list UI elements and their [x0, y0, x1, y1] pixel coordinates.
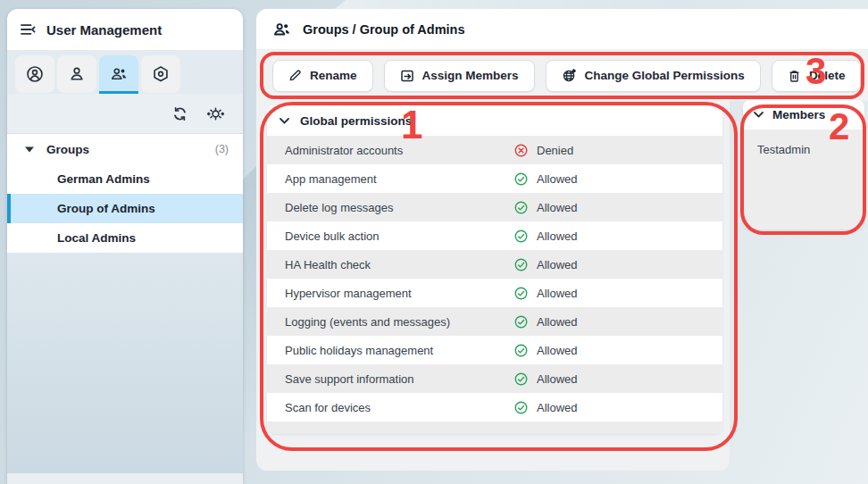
tree-toolbar	[7, 94, 243, 134]
permission-row: Device bulk action Allowed	[267, 221, 722, 250]
collapse-sidebar-icon[interactable]	[20, 22, 36, 37]
user-circle-icon	[26, 65, 44, 83]
change-global-permissions-label: Change Global Permissions	[585, 69, 745, 82]
users-group-icon	[110, 65, 129, 83]
tree-group-row[interactable]: Groups (3)	[7, 134, 243, 164]
status-icon	[513, 286, 529, 301]
chevron-down-icon	[280, 118, 289, 124]
assign-box-arrow-icon	[400, 69, 414, 83]
status-text: Allowed	[537, 372, 578, 386]
sidebar-header: User Management	[7, 9, 243, 51]
status-text: Allowed	[537, 201, 578, 214]
sidebar: User Management	[7, 9, 243, 484]
permission-row: Save support information Allowed	[267, 364, 722, 393]
screen: User Management	[0, 0, 868, 484]
permission-row: HA Health check Allowed	[267, 250, 722, 279]
delete-label: Delete	[809, 69, 846, 82]
pencil-icon	[288, 69, 302, 82]
rename-button[interactable]: Rename	[272, 60, 373, 92]
permission-row: Administrator accounts Denied	[267, 136, 722, 164]
app-title: User Management	[46, 22, 162, 38]
trash-icon	[788, 69, 801, 83]
status-icon	[513, 314, 529, 330]
permission-row: Hypervisor management Allowed	[267, 279, 722, 307]
breadcrumb: Groups / Group of Admins	[303, 22, 465, 37]
permission-row: Logging (events and messages) Allowed	[267, 307, 722, 336]
status-text: Allowed	[537, 287, 578, 300]
status-icon	[513, 371, 529, 387]
permission-row: App management Allowed	[267, 164, 722, 193]
permission-row: Scan for devices Allowed	[267, 393, 722, 421]
status-icon	[513, 171, 529, 187]
sidebar-fill	[7, 253, 243, 473]
sidebar-tabs	[7, 51, 243, 94]
status-text: Allowed	[537, 401, 578, 414]
delete-button[interactable]: Delete	[772, 60, 862, 92]
refresh-icon[interactable]	[171, 105, 188, 122]
members-panel: Members Testadmin	[743, 100, 864, 229]
permission-row: Public holidays management Allowed	[267, 336, 722, 364]
status-text: Allowed	[537, 344, 578, 357]
permissions-list: Administrator accounts Denied App manage…	[267, 136, 722, 421]
globe-gear-icon	[562, 68, 577, 83]
members-title: Members	[772, 108, 825, 121]
main-header: Groups / Group of Admins	[256, 9, 868, 50]
status-icon	[513, 200, 529, 215]
status-icon	[513, 143, 529, 158]
permission-row: Delete log messages Allowed	[267, 193, 722, 221]
status-text: Allowed	[537, 315, 578, 329]
tab-users[interactable]	[57, 55, 96, 93]
status-icon	[513, 400, 529, 415]
global-permissions-panel: Global permissions Administrator account…	[267, 105, 722, 434]
tree-item-local-admins[interactable]: Local Admins	[7, 223, 243, 253]
tab-roles[interactable]	[141, 55, 180, 93]
tree-item-group-of-admins[interactable]: Group of Admins	[7, 194, 243, 223]
chevron-down-icon	[754, 112, 764, 118]
tree-group-count: (3)	[215, 143, 229, 155]
change-global-permissions-button[interactable]: Change Global Permissions	[546, 60, 761, 92]
status-text: Allowed	[537, 229, 578, 243]
status-text: Denied	[537, 144, 573, 157]
users-group-icon	[272, 21, 292, 38]
tab-user-accounts[interactable]	[15, 55, 54, 93]
assign-members-label: Assign Members	[422, 69, 519, 82]
gear-sync-icon[interactable]	[206, 105, 225, 122]
triangle-down-icon	[25, 146, 34, 153]
roles-hexagon-icon	[152, 65, 170, 83]
tab-groups[interactable]	[99, 55, 138, 93]
members-header[interactable]: Members	[743, 100, 864, 129]
members-list: Testadmin	[743, 129, 864, 229]
status-icon	[513, 257, 529, 272]
global-permissions-header[interactable]: Global permissions	[267, 105, 722, 136]
status-text: Allowed	[537, 172, 578, 186]
user-icon	[68, 65, 86, 83]
global-permissions-title: Global permissions	[300, 114, 412, 128]
tree-group-label: Groups	[46, 143, 203, 156]
tree-item-german-admins[interactable]: German Admins	[7, 164, 243, 194]
group-action-toolbar: Rename Assign Members Chang	[256, 50, 868, 101]
assign-members-button[interactable]: Assign Members	[384, 60, 535, 92]
status-icon	[513, 343, 529, 358]
status-icon	[513, 229, 529, 244]
rename-label: Rename	[310, 69, 357, 82]
member-item[interactable]: Testadmin	[757, 143, 864, 156]
permissions-footer	[267, 421, 722, 434]
status-text: Allowed	[537, 258, 578, 271]
